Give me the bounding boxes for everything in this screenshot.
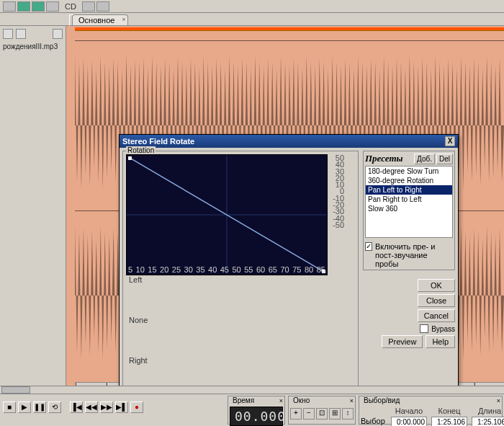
rotation-group: Rotation 510152025303540455055606 — [122, 151, 359, 426]
cancel-button[interactable]: Cancel — [418, 309, 455, 322]
sel-header-length: Длина — [472, 407, 504, 415]
sel-row-label: Выбор — [361, 417, 387, 426]
sel-end-value[interactable]: 1:25.106 — [431, 417, 467, 426]
xscale-tick: 65 — [269, 265, 277, 274]
preset-list[interactable]: 180-degree Slow Turn360-degree RotationP… — [365, 166, 453, 238]
file-item[interactable]: рожденияIII.mp3 — [1, 40, 64, 53]
xscale-tick: 60 — [256, 265, 265, 274]
preset-item[interactable]: Pan Right to Left — [366, 195, 452, 204]
selection-marker[interactable] — [75, 27, 504, 31]
loop-button[interactable]: ⟲ — [48, 401, 61, 413]
preset-item[interactable]: 180-degree Slow Turn — [366, 167, 452, 176]
dialog-close-button[interactable]: X — [445, 136, 455, 146]
tab-bar: ▶ Основное × — [0, 13, 504, 26]
svg-rect-1 — [75, 40, 504, 41]
xscale-tick: 70 — [280, 265, 289, 274]
selview-panel-title: Выбор/вид — [362, 396, 401, 404]
zoom-out-h-icon[interactable]: − — [303, 408, 315, 420]
preset-add-button[interactable]: Доб. — [414, 154, 435, 164]
forward-button[interactable]: ▶▶ — [100, 401, 113, 413]
xscale-tick: 10 — [136, 265, 145, 274]
tab-close-icon[interactable]: × — [122, 16, 125, 23]
yscale-tick: -50 — [331, 221, 344, 228]
zoom-in-h-icon[interactable]: + — [290, 408, 302, 420]
window-panel-close-icon[interactable]: × — [350, 397, 354, 404]
xscale-tick: 5 — [128, 265, 132, 274]
preset-item[interactable]: Pan Left to Right — [366, 185, 452, 195]
xscale-tick: 25 — [172, 265, 181, 274]
presets-group: Пресеты Доб. Del 180-degree Slow Turn360… — [363, 151, 455, 270]
xscale-tick: 50 — [232, 265, 240, 274]
dialog-title-text: Stereo Field Rotate — [122, 137, 194, 146]
sel-length-value[interactable]: 1:25.106 — [472, 417, 504, 426]
bottom-bar: ■ ▶ ❚❚ ⟲ ▐◀ ◀◀ ▶▶ ▶▌ ● Время × 00.000 Ок… — [0, 394, 504, 426]
xscale-tick: 40 — [208, 265, 217, 274]
svg-rect-6 — [128, 156, 132, 160]
h-scrollbar[interactable] — [0, 386, 504, 394]
xscale-tick: 20 — [160, 265, 168, 274]
xscale-tick: 15 — [148, 265, 156, 274]
preset-item[interactable]: Slow 360 — [366, 204, 452, 213]
tab-main[interactable]: Основное × — [72, 14, 128, 25]
xscale-tick: 45 — [220, 265, 229, 274]
toolbar-icon-4[interactable] — [46, 1, 59, 12]
zoom-sel-icon[interactable]: ⊞ — [329, 408, 341, 420]
xscale-tick: 80 — [305, 265, 313, 274]
go-end-button[interactable]: ▶▌ — [115, 401, 128, 413]
xscale-tick: 75 — [292, 265, 301, 274]
transport-controls: ■ ▶ ❚❚ ⟲ ▐◀ ◀◀ ▶▶ ▶▌ ● — [0, 394, 146, 420]
cd-label[interactable]: CD — [60, 2, 81, 11]
record-button[interactable]: ● — [130, 401, 143, 413]
help-button[interactable]: Help — [426, 335, 455, 348]
xscale-tick: 35 — [196, 265, 204, 274]
time-panel: Время × 00.000 — [228, 396, 285, 425]
selection-view-panel: Выбор/вид × Начало Конец Длина Выбор 0:0… — [359, 396, 503, 425]
time-panel-close-icon[interactable]: × — [279, 397, 283, 404]
ok-button[interactable]: OK — [418, 279, 455, 292]
toolbar-icon-5[interactable] — [82, 1, 95, 12]
toolbar-icon-2[interactable] — [17, 1, 30, 12]
scale-left-label: Left — [129, 275, 148, 316]
toolbar-icon-6[interactable] — [96, 1, 109, 12]
tab-label: Основное — [78, 16, 114, 25]
file-panel: рожденияIII.mp3 — [0, 26, 66, 401]
rotation-graph[interactable]: 510152025303540455055606570758085 — [126, 154, 328, 275]
zoom-fit-icon[interactable]: ⊡ — [316, 408, 328, 420]
rewind-button[interactable]: ◀◀ — [85, 401, 98, 413]
xscale-tick: 85 — [317, 265, 325, 274]
window-panel: Окно × + − ⊡ ⊞ ↕ — [288, 396, 356, 425]
close-file-icon[interactable] — [16, 29, 26, 39]
pause-button[interactable]: ❚❚ — [33, 401, 46, 413]
stop-button[interactable]: ■ — [3, 401, 16, 413]
stereo-field-rotate-dialog: Stereo Field Rotate X Rotation — [119, 134, 459, 426]
go-start-button[interactable]: ▐◀ — [70, 401, 83, 413]
bypass-checkbox[interactable] — [420, 324, 428, 333]
preset-del-button[interactable]: Del — [436, 154, 453, 164]
toolbar-icon-3[interactable] — [32, 1, 45, 12]
sel-start-value[interactable]: 0:00.000 — [391, 417, 427, 426]
toolbar-icon-1[interactable] — [3, 1, 16, 12]
zoom-in-v-icon[interactable]: ↕ — [342, 408, 354, 420]
time-panel-title: Время — [231, 396, 256, 404]
xscale-tick: 30 — [184, 265, 193, 274]
scroll-thumb[interactable] — [1, 386, 30, 394]
panel-menu-icon[interactable] — [53, 29, 63, 39]
rotation-label: Rotation — [126, 146, 156, 154]
bypass-label: Bypass — [431, 325, 455, 333]
sel-header-end: Конец — [431, 407, 467, 415]
xscale-tick: 55 — [244, 265, 253, 274]
app-toolbar: CD — [0, 0, 504, 13]
dialog-titlebar[interactable]: Stereo Field Rotate X — [120, 135, 458, 148]
time-display: 00.000 — [230, 407, 283, 426]
play-button[interactable]: ▶ — [18, 401, 31, 413]
close-button[interactable]: Close — [418, 294, 455, 307]
sel-header-start: Начало — [391, 407, 427, 415]
preview-button[interactable]: Preview — [382, 335, 423, 348]
open-file-icon[interactable] — [3, 29, 13, 39]
selview-panel-close-icon[interactable]: × — [497, 397, 500, 404]
prepost-label: Включить пре- и пост-звучание пробы — [375, 242, 453, 268]
preset-item[interactable]: 360-degree Rotation — [366, 176, 452, 185]
window-panel-title: Окно — [292, 396, 311, 404]
prepost-checkbox[interactable] — [365, 242, 372, 251]
scale-none-label: None — [129, 316, 148, 356]
